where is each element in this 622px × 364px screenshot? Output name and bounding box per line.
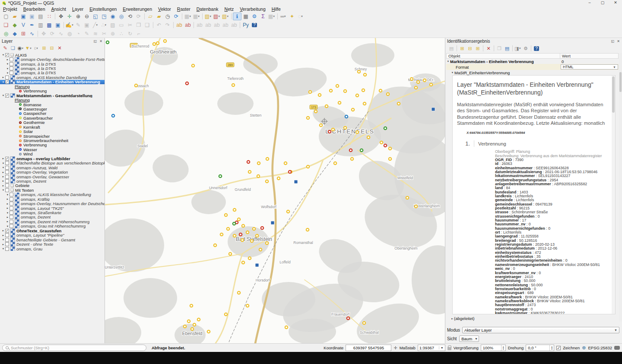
- map-marker-solar[interactable]: [415, 205, 417, 208]
- python-console-icon[interactable]: Py: [241, 21, 250, 29]
- map-marker-solar[interactable]: [364, 73, 366, 76]
- map-marker-solar[interactable]: [344, 90, 346, 92]
- expander-icon[interactable]: ▸: [451, 317, 454, 320]
- pan-map-icon[interactable]: ✥: [57, 13, 65, 20]
- map-marker-solar[interactable]: [389, 158, 391, 160]
- layer-visibility-checkbox[interactable]: [10, 206, 13, 210]
- rotation-spinbox[interactable]: 0,0 ° ▲▼: [526, 345, 554, 351]
- expander-icon[interactable]: ▾: [6, 225, 10, 228]
- expander-icon[interactable]: ▾: [1, 94, 5, 97]
- map-marker-solar[interactable]: [266, 242, 268, 244]
- close-panel-icon[interactable]: ✕: [98, 39, 103, 43]
- map-marker-solar[interactable]: [389, 147, 391, 150]
- layer-diagram-icon[interactable]: ab: [184, 21, 192, 29]
- new-shapefile-layer-icon[interactable]: V: [19, 21, 28, 29]
- layer-tree-item[interactable]: Planung: [0, 84, 105, 89]
- layer-visibility-checkbox[interactable]: [5, 247, 9, 251]
- map-marker-solar[interactable]: [241, 239, 244, 241]
- map-marker-solar[interactable]: [266, 180, 268, 183]
- panel-scrollbar[interactable]: [619, 53, 622, 322]
- expander-icon[interactable]: ▾: [1, 247, 5, 250]
- spinner-arrows-icon[interactable]: ▲▼: [549, 345, 554, 351]
- map-marker-solar[interactable]: [338, 101, 341, 104]
- map-marker-solar[interactable]: [225, 214, 227, 216]
- expander-icon[interactable]: ▸: [1, 234, 5, 237]
- map-marker-solar[interactable]: [367, 136, 370, 139]
- expander-icon[interactable]: ▸: [6, 197, 10, 201]
- layer-tree-item[interactable]: ▾onmaps, à la DTK5: [0, 66, 105, 70]
- map-marker-solar[interactable]: [363, 322, 365, 324]
- zoom-to-selection-icon[interactable]: ◉: [108, 13, 117, 20]
- map-marker-solar[interactable]: [256, 234, 258, 237]
- map-marker-solar[interactable]: [287, 210, 289, 213]
- layer-tree-item[interactable]: Biomasse: [0, 102, 105, 107]
- layer-visibility-checkbox[interactable]: [5, 242, 9, 246]
- expander-icon[interactable]: ▸: [1, 184, 5, 187]
- magnifier-spinbox[interactable]: 100% ▲▼: [481, 345, 506, 351]
- statistics-panel-icon[interactable]: Σ: [259, 13, 267, 20]
- layer-visibility-checkbox[interactable]: [5, 76, 9, 79]
- layer-tree-item[interactable]: Verbrennung: [0, 143, 105, 147]
- expander-icon[interactable]: ▸: [1, 171, 5, 174]
- expand-new-results-icon[interactable]: ⊞: [474, 45, 482, 52]
- undock-panel-icon[interactable]: ◱: [610, 39, 615, 43]
- map-marker-solar[interactable]: [184, 325, 186, 328]
- map-marker-solar[interactable]: [356, 94, 359, 97]
- layer-visibility-checkbox[interactable]: [10, 57, 13, 61]
- result-layer-row[interactable]: ▾ Marktstammdaten - Einheiten Verbrennun…: [446, 59, 619, 64]
- expander-icon[interactable]: ▾: [6, 67, 10, 70]
- map-marker-biomasse[interactable]: [233, 222, 235, 225]
- menu-erweiterungen[interactable]: Erweiterungen: [120, 6, 155, 12]
- undock-panel-icon[interactable]: ◱: [93, 39, 98, 43]
- collapse-tree-icon[interactable]: ⊟: [466, 45, 474, 52]
- map-marker-solar[interactable]: [307, 165, 309, 168]
- map-marker-solar[interactable]: [191, 328, 194, 330]
- open-project-icon[interactable]: ▰: [10, 13, 19, 20]
- map-marker-autobahn[interactable]: [255, 263, 259, 267]
- expander-icon[interactable]: ▸: [1, 76, 5, 79]
- map-marker-solar[interactable]: [153, 43, 156, 45]
- map-marker-solar[interactable]: [356, 131, 359, 133]
- scrollbar-thumb[interactable]: [612, 76, 615, 113]
- layer-tree-item[interactable]: ▸onmaps, Layout "TK25": [0, 206, 105, 210]
- layer-tree-item[interactable]: Solar: [0, 129, 105, 133]
- expander-icon[interactable]: ▸: [6, 206, 10, 210]
- layer-tree-item[interactable]: ▸onmaps, Dezent: [0, 215, 105, 219]
- layer-tree-item[interactable]: Gaserzeuger: [0, 107, 105, 111]
- quickmap-services-icon[interactable]: ◆: [10, 30, 19, 38]
- layer-visibility-checkbox[interactable]: [10, 62, 13, 66]
- menu-bearbeiten[interactable]: Bearbeiten: [20, 6, 48, 12]
- layer-tree-item[interactable]: Stromverbrauchereinheit: [0, 138, 105, 142]
- add-raster-layer-icon[interactable]: ▩: [45, 21, 54, 29]
- map-marker-solar[interactable]: [207, 330, 210, 333]
- map-marker-solar[interactable]: [406, 196, 409, 199]
- crs-globe-icon[interactable]: ⊕: [582, 345, 586, 350]
- layer-visibility-checkbox[interactable]: [5, 175, 9, 179]
- map-marker-solar[interactable]: [246, 231, 249, 234]
- map-marker-solar[interactable]: [187, 320, 190, 323]
- map-marker-solar[interactable]: [242, 225, 244, 227]
- expander-icon[interactable]: ▾: [6, 71, 10, 75]
- menu-raster[interactable]: Raster: [174, 6, 194, 12]
- map-marker-verbrennung[interactable]: [239, 233, 242, 236]
- map-canvas[interactable]: 4289173GroßheirathBuchenrodRossachTiefen…: [105, 38, 445, 343]
- map-marker-solar[interactable]: [220, 233, 223, 236]
- temporal-controller-icon[interactable]: ◷: [163, 13, 172, 20]
- layer-tree-item[interactable]: ▸onmaps-Overlay, Vegetation: [0, 170, 105, 174]
- map-marker-solar[interactable]: [344, 127, 346, 129]
- map-marker-solar[interactable]: [193, 323, 196, 326]
- filter-legend-icon[interactable]: ▼▼: [25, 45, 32, 52]
- map-marker-gas[interactable]: [112, 114, 114, 117]
- locator-search-input[interactable]: Suchmuster (Strg+K): [2, 345, 146, 351]
- menu-hilfe[interactable]: Hilfe: [269, 6, 284, 12]
- layer-tree-item[interactable]: ▸onmaps-Overlay, deutschlandweite Forst-…: [0, 57, 105, 61]
- layer-visibility-checkbox[interactable]: [10, 224, 13, 228]
- pan-to-selection-icon[interactable]: ✛: [65, 13, 74, 20]
- layout-manager-icon[interactable]: ▤: [36, 13, 45, 20]
- map-marker-solar[interactable]: [233, 209, 236, 211]
- map-tips-icon[interactable]: ✦: [288, 13, 296, 20]
- lock-scale-icon[interactable]: [447, 347, 451, 350]
- layer-visibility-checkbox[interactable]: ✓: [5, 229, 9, 233]
- map-marker-solar[interactable]: [190, 304, 193, 307]
- layer-visibility-checkbox[interactable]: [5, 170, 9, 174]
